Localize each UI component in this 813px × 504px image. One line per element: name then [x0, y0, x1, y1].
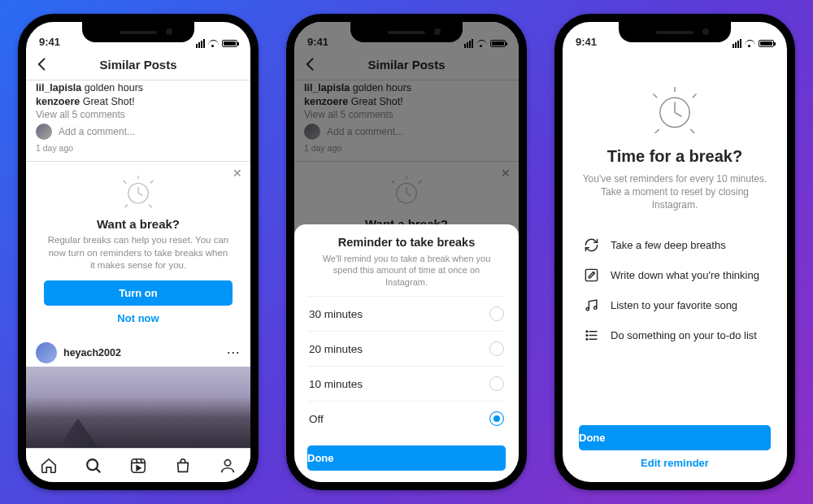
- tip-item: Write down what you're thinking: [584, 260, 766, 290]
- prompt-body: Regular breaks can help you reset. You c…: [41, 234, 236, 272]
- svg-point-34: [586, 334, 588, 336]
- nav-header: Similar Posts: [26, 50, 250, 80]
- option-off[interactable]: Off: [307, 401, 506, 436]
- home-icon[interactable]: [40, 457, 58, 475]
- done-button[interactable]: Done: [579, 425, 771, 450]
- status-icons: [196, 39, 237, 48]
- option-20-min[interactable]: 20 minutes: [307, 331, 506, 366]
- phone-time-for-break: 9:41 Time for a break? You've set remind…: [554, 14, 795, 490]
- tip-item: Take a few deep breaths: [584, 230, 766, 260]
- radio-icon: [489, 376, 504, 391]
- break-subtitle: You've set reminders for every 10 minute…: [580, 172, 769, 212]
- svg-line-26: [693, 93, 697, 98]
- svg-line-28: [690, 129, 694, 133]
- svg-point-32: [586, 331, 588, 332]
- svg-line-4: [124, 180, 127, 184]
- battery-icon: [222, 40, 237, 47]
- option-10-min[interactable]: 10 minutes: [307, 366, 506, 401]
- comment-item[interactable]: kenzoere Great Shot!: [26, 94, 250, 108]
- add-comment[interactable]: Add a comment...: [26, 120, 250, 140]
- add-comment-placeholder: Add a comment...: [59, 126, 135, 137]
- page-title: Similar Posts: [99, 58, 176, 72]
- svg-line-7: [149, 205, 152, 208]
- svg-line-2: [138, 193, 142, 196]
- clock-icon: [41, 172, 236, 214]
- battery-icon: [759, 40, 774, 47]
- svg-point-36: [586, 338, 588, 340]
- phone-reminder-sheet: 9:41 Similar Posts lil_lapisla golden ho…: [286, 14, 527, 490]
- turn-on-button[interactable]: Turn on: [44, 280, 233, 306]
- radio-icon: [489, 341, 504, 356]
- break-prompt-card: ✕ Want a break? Regular breaks can help …: [26, 161, 250, 336]
- break-title: Time for a break?: [580, 147, 769, 166]
- post-header[interactable]: heyach2002 ···: [26, 336, 250, 367]
- svg-point-31: [594, 306, 597, 308]
- not-now-button[interactable]: Not now: [41, 306, 236, 328]
- status-time: 9:41: [39, 36, 60, 48]
- radio-icon: [489, 306, 504, 321]
- wifi-icon: [745, 40, 755, 48]
- music-icon: [584, 298, 599, 313]
- svg-line-23: [675, 112, 681, 116]
- close-icon[interactable]: ✕: [233, 167, 242, 180]
- tip-label: Listen to your favorite song: [611, 299, 737, 311]
- svg-point-8: [87, 459, 98, 470]
- wifi-icon: [208, 40, 219, 48]
- back-button[interactable]: [34, 56, 50, 72]
- tip-item: Listen to your favorite song: [584, 290, 766, 320]
- done-button[interactable]: Done: [307, 445, 506, 471]
- edit-icon: [584, 267, 599, 283]
- profile-icon[interactable]: [219, 457, 237, 475]
- comment-text: golden hours: [85, 82, 143, 93]
- prompt-title: Want a break?: [41, 217, 236, 231]
- svg-line-27: [655, 129, 659, 133]
- svg-line-5: [150, 180, 154, 184]
- refresh-icon: [584, 237, 599, 253]
- option-30-min[interactable]: 30 minutes: [307, 296, 506, 331]
- svg-point-14: [225, 459, 231, 465]
- post-username: heyach2002: [63, 347, 121, 358]
- signal-icon: [733, 39, 741, 48]
- list-icon: [584, 328, 599, 343]
- sheet-title: Reminder to take breaks: [307, 236, 506, 249]
- svg-line-9: [96, 468, 100, 472]
- tips-list: Take a few deep breaths Write down what …: [580, 230, 769, 350]
- status-time: 9:41: [576, 36, 597, 48]
- svg-rect-10: [132, 458, 146, 472]
- more-icon[interactable]: ···: [228, 347, 241, 358]
- svg-rect-29: [585, 269, 597, 280]
- sheet-subtitle: We'll remind you to take a break when yo…: [307, 249, 506, 296]
- avatar: [36, 342, 57, 363]
- svg-line-25: [653, 93, 657, 98]
- view-all-comments[interactable]: View all 5 comments: [26, 108, 250, 120]
- avatar: [36, 124, 52, 140]
- tip-item: Do something on your to-do list: [584, 320, 766, 350]
- shop-icon[interactable]: [174, 457, 192, 475]
- edit-reminder-button[interactable]: Edit reminder: [576, 450, 774, 472]
- comment-text: Great Shot!: [83, 96, 135, 107]
- svg-point-30: [586, 307, 589, 310]
- tip-label: Do something on your to-do list: [611, 329, 757, 341]
- comment-user: kenzoere: [36, 96, 80, 107]
- tab-bar: [26, 448, 250, 482]
- phone-want-a-break: 9:41 Similar Posts lil_lapisla golden ho…: [18, 14, 259, 490]
- tip-label: Take a few deep breaths: [611, 239, 726, 251]
- post-age: 1 day ago: [26, 140, 250, 158]
- search-icon[interactable]: [85, 457, 102, 475]
- signal-icon: [196, 39, 205, 48]
- comment-user: lil_lapisla: [36, 82, 81, 93]
- post-image[interactable]: [26, 367, 250, 453]
- comment-item[interactable]: lil_lapisla golden hours: [26, 80, 250, 94]
- tip-label: Write down what you're thinking: [611, 269, 759, 281]
- svg-line-6: [124, 205, 128, 208]
- reels-icon[interactable]: [129, 457, 147, 475]
- radio-icon-selected: [489, 411, 504, 426]
- clock-icon: [580, 71, 769, 139]
- reminder-sheet: Reminder to take breaks We'll remind you…: [294, 224, 519, 482]
